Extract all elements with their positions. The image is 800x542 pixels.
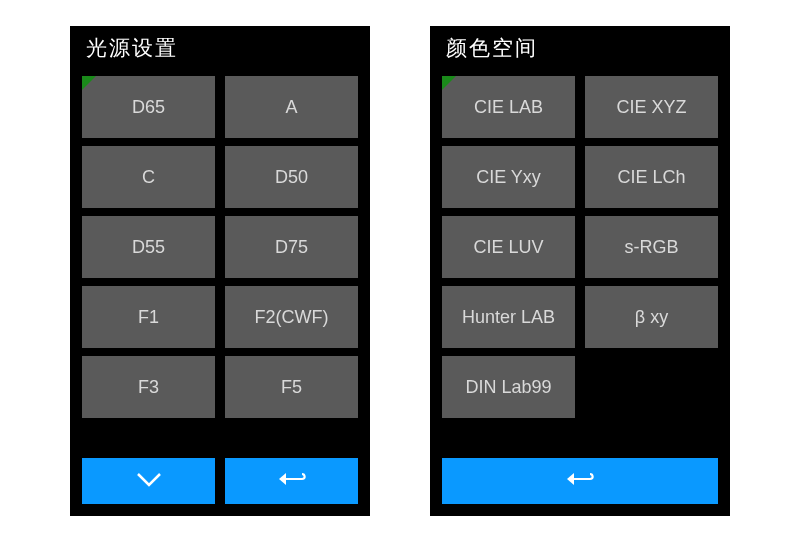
chevron-down-icon — [132, 466, 166, 496]
back-button[interactable] — [442, 458, 718, 504]
option-empty — [585, 356, 718, 418]
option-cie-xyz[interactable]: CIE XYZ — [585, 76, 718, 138]
option-d65[interactable]: D65 — [82, 76, 215, 138]
back-arrow-icon — [275, 466, 309, 496]
back-button[interactable] — [225, 458, 358, 504]
option-din-lab99[interactable]: DIN Lab99 — [442, 356, 575, 418]
option-d55[interactable]: D55 — [82, 216, 215, 278]
panel-title: 颜色空间 — [446, 34, 538, 62]
selection-corner-mark — [82, 76, 96, 90]
option-f5[interactable]: F5 — [225, 356, 358, 418]
panel-illuminant: 光源设置 D65 A C D50 D55 D75 F1 F2(CWF) F3 F — [70, 26, 370, 516]
option-grid: CIE LAB CIE XYZ CIE Yxy CIE LCh CIE LUV … — [430, 70, 730, 458]
back-arrow-icon — [563, 466, 597, 496]
panel-title: 光源设置 — [86, 34, 178, 62]
option-f2cwf[interactable]: F2(CWF) — [225, 286, 358, 348]
option-c[interactable]: C — [82, 146, 215, 208]
selection-corner-mark — [442, 76, 456, 90]
panel-title-bar: 光源设置 — [70, 26, 370, 70]
option-beta-xy[interactable]: β xy — [585, 286, 718, 348]
panel-title-bar: 颜色空间 — [430, 26, 730, 70]
panel-color-space: 颜色空间 CIE LAB CIE XYZ CIE Yxy CIE LCh CIE… — [430, 26, 730, 516]
option-s-rgb[interactable]: s-RGB — [585, 216, 718, 278]
option-f3[interactable]: F3 — [82, 356, 215, 418]
option-grid: D65 A C D50 D55 D75 F1 F2(CWF) F3 F5 — [70, 70, 370, 458]
footer-bar — [70, 458, 370, 516]
option-d50[interactable]: D50 — [225, 146, 358, 208]
option-cie-lab[interactable]: CIE LAB — [442, 76, 575, 138]
option-f1[interactable]: F1 — [82, 286, 215, 348]
option-cie-yxy[interactable]: CIE Yxy — [442, 146, 575, 208]
footer-bar — [430, 458, 730, 516]
scroll-down-button[interactable] — [82, 458, 215, 504]
option-a[interactable]: A — [225, 76, 358, 138]
option-d75[interactable]: D75 — [225, 216, 358, 278]
option-cie-luv[interactable]: CIE LUV — [442, 216, 575, 278]
option-cie-lch[interactable]: CIE LCh — [585, 146, 718, 208]
option-hunter-lab[interactable]: Hunter LAB — [442, 286, 575, 348]
